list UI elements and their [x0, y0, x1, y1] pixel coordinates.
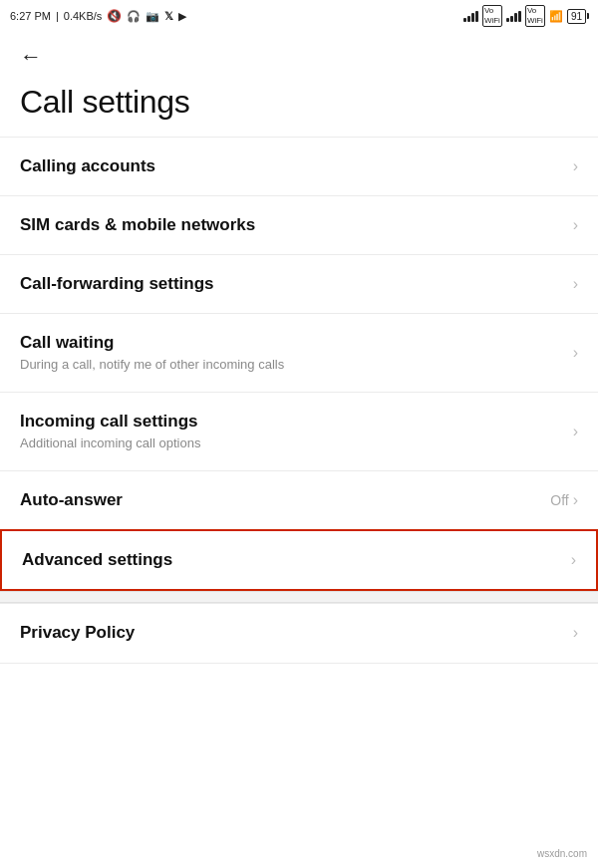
status-data-speed-value: 0.4KB/s [64, 10, 103, 22]
settings-item-sim-cards-right: › [573, 216, 578, 234]
youtube-icon: ▶ [178, 10, 186, 23]
chevron-icon: › [573, 275, 578, 293]
chevron-icon: › [573, 491, 578, 509]
status-left: 6:27 PM | 0.4KB/s 🔇 🎧 📷 𝕏 ▶ [10, 9, 186, 23]
settings-item-advanced-settings-right: › [571, 551, 576, 569]
chevron-icon: › [573, 216, 578, 234]
settings-item-incoming-call-subtitle: Additional incoming call options [20, 435, 573, 452]
watermark: wsxdn.com [534, 847, 590, 860]
settings-item-advanced-settings-content: Advanced settings [22, 549, 571, 571]
settings-item-privacy-policy-title: Privacy Policy [20, 622, 573, 644]
battery-level: 91 [571, 11, 582, 22]
settings-list-section-1: Calling accounts › SIM cards & mobile ne… [0, 137, 598, 591]
headset-icon: 🎧 [127, 10, 141, 23]
settings-item-auto-answer-content: Auto-answer [20, 489, 550, 511]
settings-item-calling-accounts-content: Calling accounts [20, 155, 573, 177]
settings-item-calling-accounts-right: › [573, 157, 578, 175]
settings-item-incoming-call-right: › [573, 423, 578, 440]
settings-item-call-waiting-subtitle: During a call, notify me of other incomi… [20, 357, 573, 374]
settings-list-section-2: Privacy Policy › [0, 603, 598, 663]
screenshot-icon: 📷 [146, 10, 159, 23]
back-button[interactable]: ← [16, 42, 46, 72]
top-nav: ← [0, 32, 598, 76]
chevron-icon: › [573, 344, 578, 362]
page-title: Call settings [0, 76, 598, 137]
status-bar: 6:27 PM | 0.4KB/s 🔇 🎧 📷 𝕏 ▶ VoWiFi VoWiF… [0, 0, 598, 32]
settings-item-calling-accounts[interactable]: Calling accounts › [0, 137, 598, 195]
chevron-icon: › [573, 423, 578, 440]
settings-item-call-forwarding[interactable]: Call-forwarding settings › [0, 254, 598, 313]
settings-item-advanced-settings-title: Advanced settings [22, 549, 571, 571]
battery-icon: 91 [567, 9, 586, 24]
settings-item-call-forwarding-right: › [573, 275, 578, 293]
settings-item-call-waiting[interactable]: Call waiting During a call, notify me of… [0, 313, 598, 392]
signal-bars-1 [463, 11, 478, 22]
auto-answer-status: Off [550, 492, 568, 508]
settings-item-incoming-call-content: Incoming call settings Additional incomi… [20, 411, 573, 452]
settings-item-sim-cards-content: SIM cards & mobile networks [20, 214, 573, 236]
wifi-icon: 📶 [549, 10, 563, 23]
settings-item-auto-answer-right: Off › [550, 491, 578, 509]
settings-item-privacy-policy-content: Privacy Policy [20, 622, 573, 644]
status-time: 6:27 PM [10, 10, 51, 22]
status-data-speed: | [56, 10, 59, 22]
settings-item-incoming-call[interactable]: Incoming call settings Additional incomi… [0, 392, 598, 470]
twitter-icon: 𝕏 [164, 10, 173, 23]
signal-bars-2 [506, 11, 521, 22]
settings-item-call-waiting-right: › [573, 344, 578, 362]
settings-item-call-forwarding-title: Call-forwarding settings [20, 273, 573, 295]
chevron-icon: › [573, 624, 578, 642]
status-right: VoWiFi VoWiFi 📶 91 [463, 5, 586, 26]
settings-item-advanced-settings[interactable]: Advanced settings › [0, 529, 598, 591]
settings-item-privacy-policy-right: › [573, 624, 578, 642]
vo-label-1: VoWiFi [482, 5, 502, 26]
chevron-icon: › [571, 551, 576, 569]
settings-item-call-waiting-content: Call waiting During a call, notify me of… [20, 332, 573, 374]
settings-item-incoming-call-title: Incoming call settings [20, 411, 573, 433]
settings-item-calling-accounts-title: Calling accounts [20, 155, 573, 177]
section-divider [0, 591, 598, 603]
settings-item-sim-cards[interactable]: SIM cards & mobile networks › [0, 195, 598, 254]
vo-label-2: VoWiFi [525, 5, 545, 26]
settings-item-auto-answer[interactable]: Auto-answer Off › [0, 470, 598, 529]
settings-item-call-waiting-title: Call waiting [20, 332, 573, 354]
back-arrow-icon: ← [20, 46, 42, 68]
settings-item-sim-cards-title: SIM cards & mobile networks [20, 214, 573, 236]
settings-item-privacy-policy[interactable]: Privacy Policy › [0, 603, 598, 663]
settings-item-auto-answer-title: Auto-answer [20, 489, 550, 511]
mute-icon: 🔇 [107, 9, 122, 23]
chevron-icon: › [573, 157, 578, 175]
settings-item-call-forwarding-content: Call-forwarding settings [20, 273, 573, 295]
